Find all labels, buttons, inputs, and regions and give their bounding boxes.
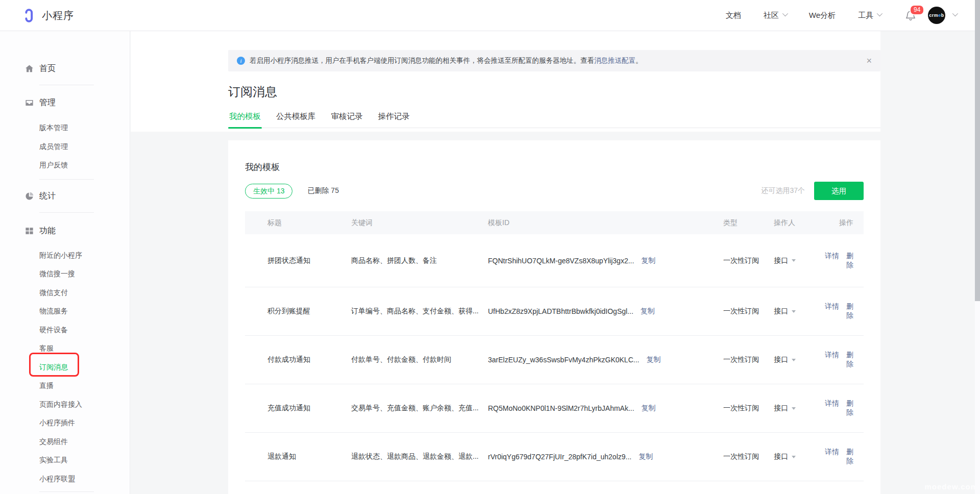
sidebar-item-plugin[interactable]: 小程序插件 <box>0 414 130 433</box>
sidebar-item-mp-union[interactable]: 小程序联盟 <box>0 470 130 489</box>
delete-link[interactable]: 删除 <box>846 252 853 269</box>
home-icon <box>24 64 34 73</box>
cell-template-id: 3arElzEUZy_w36sSwsbFvMy4zhPkzGK0KLC... <box>488 356 639 364</box>
delete-link[interactable]: 删除 <box>846 448 853 465</box>
table-row: 付款成功通知 付款单号、付款金额、付款时间 3arElzEUZy_w36sSws… <box>245 336 864 384</box>
page-header-panel: i 若启用小程序消息推送，用户在手机客户端使用订阅消息功能的相关事件，将会推送至… <box>131 31 880 132</box>
chevron-down-icon <box>782 11 788 16</box>
cell-keywords: 交易单号、充值金额、账户余额、充值... <box>351 404 488 413</box>
deleted-filter[interactable]: 已删除 75 <box>307 186 338 195</box>
cell-template-id: UfHb2xZ8z9XpjLADTBhttrBbwkfkj0idIOgSgl..… <box>488 307 633 315</box>
templates-table: 标题 关键词 模板ID 类型 操作人 操作 拼团状态通知 商品名称、拼团人数、备… <box>245 211 864 481</box>
active-filter-pill[interactable]: 生效中 13 <box>245 184 292 199</box>
avatar[interactable]: crmeb <box>928 7 945 24</box>
sidebar-item-stats[interactable]: 统计 <box>0 187 130 206</box>
table-header-row: 标题 关键词 模板ID 类型 操作人 操作 <box>245 211 864 234</box>
nav-docs[interactable]: 文档 <box>726 11 741 20</box>
notification-count-badge: 94 <box>910 5 924 15</box>
copy-link[interactable]: 复制 <box>641 307 655 316</box>
notice-bar: i 若启用小程序消息推送，用户在手机客户端使用订阅消息功能的相关事件，将会推送至… <box>228 50 880 71</box>
notice-push-config-link[interactable]: 消息推送配置 <box>594 56 635 65</box>
cell-type: 一次性订阅 <box>723 307 774 316</box>
cell-title: 拼团状态通知 <box>245 256 351 265</box>
sidebar-item-nearby[interactable]: 附近的小程序 <box>0 246 130 265</box>
tab-review-records[interactable]: 审核记录 <box>330 108 364 128</box>
sidebar-item-user-feedback[interactable]: 用户反馈 <box>0 156 130 175</box>
detail-link[interactable]: 详情 <box>825 252 839 260</box>
watermark: moedew.com <box>925 482 978 491</box>
copy-link[interactable]: 复制 <box>641 256 655 265</box>
delete-link[interactable]: 删除 <box>846 351 853 368</box>
table-row: 积分到账提醒 订单编号、商品名称、支付金额、获得... UfHb2xZ8z9Xp… <box>245 287 864 336</box>
notification-bell-button[interactable]: 94 <box>904 9 917 21</box>
grid-icon <box>24 226 34 236</box>
my-templates-card: 我的模板 生效中 13 已删除 75 还可选用37个 选用 标题 关键词 模板I… <box>228 140 880 494</box>
operator-dropdown[interactable]: 接口 <box>774 307 822 316</box>
delete-link[interactable]: 删除 <box>846 302 853 319</box>
sidebar-item-home[interactable]: 首页 <box>0 59 130 78</box>
sidebar-item-lab-tools[interactable]: 实验工具 <box>0 451 130 470</box>
close-icon[interactable]: × <box>866 56 872 65</box>
operator-dropdown[interactable]: 接口 <box>774 256 822 265</box>
sidebar-item-page-content[interactable]: 页面内容接入 <box>0 396 130 414</box>
operator-dropdown[interactable]: 接口 <box>774 452 822 461</box>
tab-my-templates[interactable]: 我的模板 <box>228 108 262 128</box>
operator-dropdown[interactable]: 接口 <box>774 355 822 364</box>
account-chevron-down-icon[interactable] <box>952 11 958 16</box>
detail-link[interactable]: 详情 <box>825 399 839 407</box>
sidebar-item-features[interactable]: 功能 <box>0 222 130 240</box>
operator-dropdown[interactable]: 接口 <box>774 404 822 413</box>
cell-type: 一次性订阅 <box>723 256 774 265</box>
copy-link[interactable]: 复制 <box>642 404 656 413</box>
table-row: 拼团状态通知 商品名称、拼团人数、备注 FQNtrShihUO7QLkM-ge8… <box>245 234 864 287</box>
cell-title: 退款通知 <box>245 452 351 461</box>
sidebar-divider <box>39 179 94 180</box>
card-heading: 我的模板 <box>245 140 864 173</box>
nav-we-analysis[interactable]: We分析 <box>809 11 836 20</box>
copy-link[interactable]: 复制 <box>639 452 653 461</box>
scrollbar[interactable] <box>975 0 980 494</box>
notice-text: 若启用小程序消息推送，用户在手机客户端使用订阅消息功能的相关事件，将会推送至所配… <box>250 56 594 65</box>
cell-type: 一次性订阅 <box>723 355 774 364</box>
page-title: 订阅消息 <box>228 84 277 100</box>
caret-down-icon <box>792 456 796 458</box>
detail-link[interactable]: 详情 <box>825 448 839 456</box>
col-header-keywords: 关键词 <box>351 218 488 228</box>
detail-link[interactable]: 详情 <box>825 351 839 359</box>
caret-down-icon <box>792 407 796 410</box>
sidebar-item-manage[interactable]: 管理 <box>0 93 130 112</box>
select-button[interactable]: 选用 <box>814 182 864 200</box>
tab-operation-records[interactable]: 操作记录 <box>377 108 411 128</box>
tab-public-library[interactable]: 公共模板库 <box>275 108 317 128</box>
caret-down-icon <box>792 259 796 262</box>
sidebar-item-live[interactable]: 直播 <box>0 377 130 396</box>
delete-link[interactable]: 删除 <box>846 399 853 416</box>
nav-community[interactable]: 社区 <box>764 11 787 20</box>
col-header-actions: 操作 <box>822 218 864 228</box>
detail-link[interactable]: 详情 <box>825 302 839 310</box>
miniprogram-logo-icon <box>21 8 37 23</box>
sidebar-item-hardware[interactable]: 硬件设备 <box>0 321 130 340</box>
scrollbar-thumb[interactable] <box>975 0 980 301</box>
table-row: 充值成功通知 交易单号、充值金额、账户余额、充值... RQ5MoNo0KNP0… <box>245 384 864 433</box>
sidebar-item-search[interactable]: 微信搜一搜 <box>0 265 130 284</box>
cell-title: 付款成功通知 <box>245 355 351 364</box>
caret-down-icon <box>792 359 796 361</box>
sidebar-item-customer-service[interactable]: 客服 <box>0 339 130 358</box>
cell-keywords: 退款状态、退款商品、退款金额、退款... <box>351 452 488 461</box>
cell-template-id: FQNtrShihUO7QLkM-ge8VZs8X8upYlij3gx2... <box>488 257 634 265</box>
sidebar-item-trade-component[interactable]: 交易组件 <box>0 433 130 452</box>
sidebar-item-logistics[interactable]: 物流服务 <box>0 302 130 321</box>
nav-tools[interactable]: 工具 <box>858 11 881 20</box>
sidebar-item-member-manage[interactable]: 成员管理 <box>0 138 130 157</box>
copy-link[interactable]: 复制 <box>646 355 660 364</box>
miniprogram-logo[interactable]: 小程序 <box>21 8 74 23</box>
table-row: 退款通知 退款状态、退款商品、退款金额、退款... rVr0iqYg679d7Q… <box>245 433 864 481</box>
quota-hint: 还可选用37个 <box>761 186 805 195</box>
sidebar-item-subscribe-message[interactable]: 订阅消息 <box>0 358 130 377</box>
sidebar-divider <box>39 212 94 213</box>
sidebar-item-wechat-pay[interactable]: 微信支付 <box>0 284 130 303</box>
cell-template-id: RQ5MoNo0KNP0l1N-9SlM2r7hLyrbJAhmAk... <box>488 404 634 412</box>
cell-template-id: rVr0iqYg679d7Q27FjUIr_28pfK7id_uh2olz9..… <box>488 453 631 461</box>
sidebar-item-version-manage[interactable]: 版本管理 <box>0 119 130 138</box>
